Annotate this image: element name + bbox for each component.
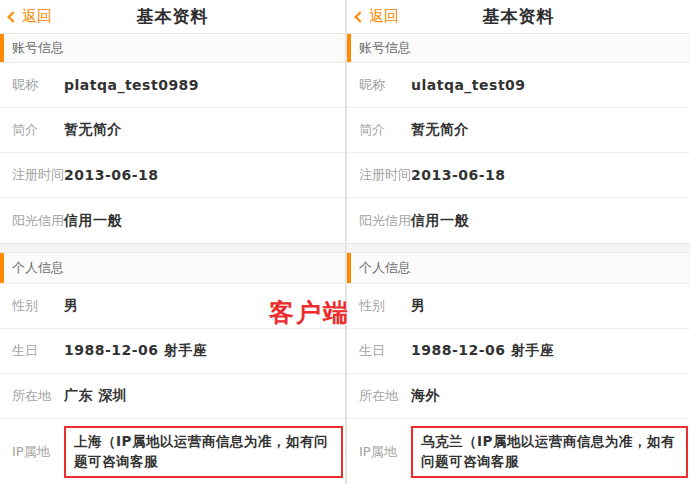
row-birthday: 生日 1988-12-06 射手座 bbox=[347, 329, 690, 374]
row-label: 性别 bbox=[12, 297, 64, 315]
section-divider bbox=[347, 243, 690, 253]
row-value: 男 bbox=[411, 297, 426, 315]
row-bio: 简介 暂无简介 bbox=[0, 108, 345, 153]
row-label: 阳光信用 bbox=[12, 212, 64, 230]
row-label: 所在地 bbox=[12, 387, 64, 405]
back-label: 返回 bbox=[369, 7, 399, 26]
row-label: 生日 bbox=[359, 342, 411, 360]
row-label: 性别 bbox=[359, 297, 411, 315]
profile-screen-right: 返回 基本资料 账号信息 昵称 ulatqa_test09 简介 暂无简介 注册… bbox=[345, 0, 690, 484]
row-value: 信用一般 bbox=[411, 212, 469, 230]
back-label: 返回 bbox=[22, 7, 52, 26]
section-header-account: 账号信息 bbox=[0, 34, 345, 63]
section-title: 个人信息 bbox=[359, 259, 411, 277]
row-value: ulatqa_test09 bbox=[411, 77, 526, 93]
ip-highlight-box: 乌克兰（IP属地以运营商信息为准，如有问题可咨询客服 bbox=[411, 426, 688, 478]
row-value: platqa_test0989 bbox=[64, 77, 199, 93]
row-nickname: 昵称 platqa_test0989 bbox=[0, 63, 345, 108]
row-label: 注册时间 bbox=[12, 166, 64, 184]
row-label: 昵称 bbox=[12, 76, 64, 94]
row-location: 所在地 海外 bbox=[347, 374, 690, 419]
row-label: 生日 bbox=[12, 342, 64, 360]
section-header-account: 账号信息 bbox=[347, 34, 690, 63]
row-credit: 阳光信用 信用一般 bbox=[347, 198, 690, 243]
screenshot-canvas: 返回 基本资料 账号信息 昵称 platqa_test0989 简介 暂无简介 … bbox=[0, 0, 690, 484]
row-value: 1988-12-06 射手座 bbox=[64, 342, 207, 360]
row-value: 2013-06-18 bbox=[64, 167, 159, 183]
profile-screen-left: 返回 基本资料 账号信息 昵称 platqa_test0989 简介 暂无简介 … bbox=[0, 0, 345, 484]
row-gender: 性别 男 bbox=[347, 284, 690, 329]
back-chevron-icon bbox=[354, 11, 365, 22]
row-value: 广东 深圳 bbox=[64, 387, 127, 405]
row-value: 信用一般 bbox=[64, 212, 122, 230]
row-value: 1988-12-06 射手座 bbox=[411, 342, 554, 360]
row-ip-location: IP属地 乌克兰（IP属地以运营商信息为准，如有问题可咨询客服 bbox=[347, 419, 690, 484]
nav-bar: 返回 基本资料 bbox=[347, 0, 690, 34]
row-birthday: 生日 1988-12-06 射手座 bbox=[0, 329, 345, 374]
row-value: 海外 bbox=[411, 387, 440, 405]
row-value: 2013-06-18 bbox=[411, 167, 506, 183]
row-label: IP属地 bbox=[12, 443, 64, 461]
row-location: 所在地 广东 深圳 bbox=[0, 374, 345, 419]
back-button[interactable]: 返回 bbox=[9, 0, 52, 33]
section-header-personal: 个人信息 bbox=[0, 253, 345, 284]
nav-bar: 返回 基本资料 bbox=[0, 0, 345, 34]
section-title: 账号信息 bbox=[12, 39, 64, 57]
section-header-personal: 个人信息 bbox=[347, 253, 690, 284]
row-ip-location: IP属地 上海（IP属地以运营商信息为准，如有问题可咨询客服 bbox=[0, 419, 345, 484]
row-value: 男 bbox=[64, 297, 79, 315]
row-label: 注册时间 bbox=[359, 166, 411, 184]
back-button[interactable]: 返回 bbox=[356, 0, 399, 33]
section-divider bbox=[0, 243, 345, 253]
row-register-date: 注册时间 2013-06-18 bbox=[347, 153, 690, 198]
row-nickname: 昵称 ulatqa_test09 bbox=[347, 63, 690, 108]
row-label: 昵称 bbox=[359, 76, 411, 94]
row-value: 暂无简介 bbox=[411, 121, 469, 139]
page-title: 基本资料 bbox=[137, 5, 209, 28]
row-label: 简介 bbox=[12, 121, 64, 139]
row-value: 暂无简介 bbox=[64, 121, 122, 139]
ip-highlight-box: 上海（IP属地以运营商信息为准，如有问题可咨询客服 bbox=[64, 426, 343, 478]
row-credit: 阳光信用 信用一般 bbox=[0, 198, 345, 243]
back-chevron-icon bbox=[7, 11, 18, 22]
row-register-date: 注册时间 2013-06-18 bbox=[0, 153, 345, 198]
row-label: 所在地 bbox=[359, 387, 411, 405]
row-label: IP属地 bbox=[359, 443, 411, 461]
row-bio: 简介 暂无简介 bbox=[347, 108, 690, 153]
section-title: 账号信息 bbox=[359, 39, 411, 57]
client-annotation-label: 客户端 bbox=[269, 296, 350, 329]
row-label: 阳光信用 bbox=[359, 212, 411, 230]
row-label: 简介 bbox=[359, 121, 411, 139]
page-title: 基本资料 bbox=[483, 5, 555, 28]
section-title: 个人信息 bbox=[12, 259, 64, 277]
